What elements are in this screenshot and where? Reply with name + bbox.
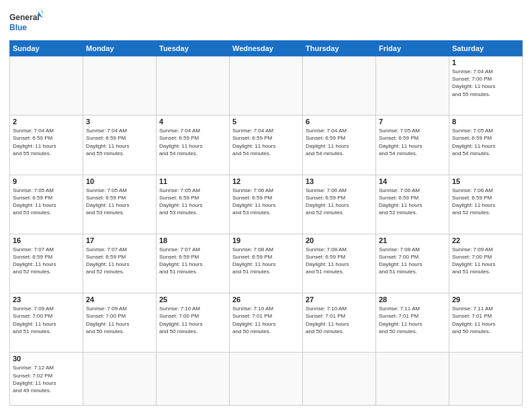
day-number: 26 — [232, 295, 300, 304]
day-info: Sunrise: 7:10 AM Sunset: 7:01 PM Dayligh… — [232, 305, 300, 335]
calendar-week-row: 2Sunrise: 7:04 AM Sunset: 6:59 PM Daylig… — [10, 116, 523, 175]
calendar-cell: 21Sunrise: 7:08 AM Sunset: 7:00 PM Dayli… — [376, 234, 449, 293]
calendar-cell: 17Sunrise: 7:07 AM Sunset: 6:59 PM Dayli… — [83, 234, 157, 293]
calendar-week-row: 23Sunrise: 7:09 AM Sunset: 7:00 PM Dayli… — [10, 293, 523, 353]
day-info: Sunrise: 7:07 AM Sunset: 6:59 PM Dayligh… — [159, 246, 226, 276]
day-info: Sunrise: 7:06 AM Sunset: 6:59 PM Dayligh… — [306, 187, 373, 217]
day-info: Sunrise: 7:10 AM Sunset: 7:01 PM Dayligh… — [306, 305, 373, 335]
calendar-cell: 30Sunrise: 7:12 AM Sunset: 7:02 PM Dayli… — [10, 353, 83, 406]
calendar-cell: 2Sunrise: 7:04 AM Sunset: 6:59 PM Daylig… — [10, 116, 83, 175]
day-info: Sunrise: 7:11 AM Sunset: 7:01 PM Dayligh… — [379, 305, 446, 335]
calendar-cell: 15Sunrise: 7:06 AM Sunset: 6:59 PM Dayli… — [449, 175, 523, 234]
calendar-cell — [449, 353, 523, 406]
calendar-cell: 9Sunrise: 7:05 AM Sunset: 6:59 PM Daylig… — [10, 175, 83, 234]
calendar-cell: 28Sunrise: 7:11 AM Sunset: 7:01 PM Dayli… — [376, 293, 449, 353]
calendar-cell: 4Sunrise: 7:04 AM Sunset: 6:59 PM Daylig… — [157, 116, 230, 175]
calendar-cell — [376, 56, 449, 116]
calendar-cell — [10, 56, 83, 116]
day-info: Sunrise: 7:06 AM Sunset: 6:59 PM Dayligh… — [379, 187, 446, 217]
day-number: 18 — [159, 236, 226, 244]
calendar-cell — [83, 353, 157, 406]
calendar-cell: 20Sunrise: 7:08 AM Sunset: 6:59 PM Dayli… — [303, 234, 376, 293]
logo: General Blue — [9, 8, 43, 35]
calendar-cell — [157, 353, 230, 406]
day-number: 24 — [86, 295, 153, 304]
day-number: 9 — [13, 177, 80, 185]
day-number: 8 — [452, 118, 519, 126]
day-info: Sunrise: 7:05 AM Sunset: 6:59 PM Dayligh… — [379, 127, 446, 157]
day-info: Sunrise: 7:07 AM Sunset: 6:59 PM Dayligh… — [86, 246, 153, 276]
calendar-day-header: Saturday — [449, 41, 523, 56]
calendar-week-row: 9Sunrise: 7:05 AM Sunset: 6:59 PM Daylig… — [10, 175, 523, 234]
calendar-cell — [230, 56, 303, 116]
day-number: 7 — [379, 118, 446, 126]
calendar-day-header: Monday — [83, 41, 157, 56]
day-info: Sunrise: 7:12 AM Sunset: 7:02 PM Dayligh… — [13, 364, 80, 394]
day-number: 27 — [306, 295, 373, 304]
day-number: 25 — [159, 295, 226, 304]
calendar-cell: 24Sunrise: 7:09 AM Sunset: 7:00 PM Dayli… — [83, 293, 157, 353]
day-info: Sunrise: 7:05 AM Sunset: 6:59 PM Dayligh… — [452, 127, 519, 157]
day-info: Sunrise: 7:09 AM Sunset: 7:00 PM Dayligh… — [452, 246, 519, 276]
calendar-week-row: 1Sunrise: 7:04 AM Sunset: 7:00 PM Daylig… — [10, 56, 523, 116]
calendar-header-row: SundayMondayTuesdayWednesdayThursdayFrid… — [10, 41, 523, 56]
calendar-cell: 1Sunrise: 7:04 AM Sunset: 7:00 PM Daylig… — [449, 56, 523, 116]
day-number: 17 — [86, 236, 153, 244]
day-number: 15 — [452, 177, 519, 185]
day-info: Sunrise: 7:07 AM Sunset: 6:59 PM Dayligh… — [13, 246, 80, 276]
day-number: 22 — [452, 236, 519, 244]
calendar-cell: 22Sunrise: 7:09 AM Sunset: 7:00 PM Dayli… — [449, 234, 523, 293]
calendar-cell — [376, 353, 449, 406]
calendar-cell: 16Sunrise: 7:07 AM Sunset: 6:59 PM Dayli… — [10, 234, 83, 293]
day-number: 2 — [13, 118, 80, 126]
calendar-cell — [157, 56, 230, 116]
logo-svg: General Blue — [9, 8, 43, 35]
day-info: Sunrise: 7:08 AM Sunset: 7:00 PM Dayligh… — [379, 246, 446, 276]
day-number: 20 — [306, 236, 373, 244]
day-info: Sunrise: 7:09 AM Sunset: 7:00 PM Dayligh… — [13, 305, 80, 335]
day-number: 30 — [13, 355, 80, 363]
calendar-cell — [303, 353, 376, 406]
calendar-cell: 18Sunrise: 7:07 AM Sunset: 6:59 PM Dayli… — [157, 234, 230, 293]
calendar-day-header: Tuesday — [157, 41, 230, 56]
calendar-cell: 26Sunrise: 7:10 AM Sunset: 7:01 PM Dayli… — [230, 293, 303, 353]
calendar-cell: 27Sunrise: 7:10 AM Sunset: 7:01 PM Dayli… — [303, 293, 376, 353]
day-number: 11 — [159, 177, 226, 185]
header: General Blue — [9, 8, 523, 35]
calendar-cell: 13Sunrise: 7:06 AM Sunset: 6:59 PM Dayli… — [303, 175, 376, 234]
calendar-cell: 29Sunrise: 7:11 AM Sunset: 7:01 PM Dayli… — [449, 293, 523, 353]
calendar-cell: 8Sunrise: 7:05 AM Sunset: 6:59 PM Daylig… — [449, 116, 523, 175]
day-number: 12 — [232, 177, 300, 185]
calendar: SundayMondayTuesdayWednesdayThursdayFrid… — [9, 40, 523, 406]
day-info: Sunrise: 7:05 AM Sunset: 6:59 PM Dayligh… — [159, 187, 226, 217]
day-number: 16 — [13, 236, 80, 244]
day-number: 23 — [13, 295, 80, 304]
calendar-cell: 25Sunrise: 7:10 AM Sunset: 7:00 PM Dayli… — [157, 293, 230, 353]
calendar-cell: 14Sunrise: 7:06 AM Sunset: 6:59 PM Dayli… — [376, 175, 449, 234]
calendar-cell: 7Sunrise: 7:05 AM Sunset: 6:59 PM Daylig… — [376, 116, 449, 175]
day-info: Sunrise: 7:04 AM Sunset: 6:59 PM Dayligh… — [13, 127, 80, 157]
calendar-cell — [303, 56, 376, 116]
day-number: 29 — [452, 295, 519, 304]
day-number: 4 — [159, 118, 226, 126]
day-number: 10 — [86, 177, 153, 185]
calendar-cell: 3Sunrise: 7:04 AM Sunset: 6:59 PM Daylig… — [83, 116, 157, 175]
calendar-day-header: Thursday — [303, 41, 376, 56]
day-number: 6 — [306, 118, 373, 126]
calendar-cell: 23Sunrise: 7:09 AM Sunset: 7:00 PM Dayli… — [10, 293, 83, 353]
day-info: Sunrise: 7:04 AM Sunset: 6:59 PM Dayligh… — [306, 127, 373, 157]
calendar-cell: 12Sunrise: 7:06 AM Sunset: 6:59 PM Dayli… — [230, 175, 303, 234]
calendar-week-row: 16Sunrise: 7:07 AM Sunset: 6:59 PM Dayli… — [10, 234, 523, 293]
day-number: 21 — [379, 236, 446, 244]
day-info: Sunrise: 7:08 AM Sunset: 6:59 PM Dayligh… — [232, 246, 300, 276]
calendar-cell: 5Sunrise: 7:04 AM Sunset: 6:59 PM Daylig… — [230, 116, 303, 175]
calendar-cell: 10Sunrise: 7:05 AM Sunset: 6:59 PM Dayli… — [83, 175, 157, 234]
calendar-cell: 6Sunrise: 7:04 AM Sunset: 6:59 PM Daylig… — [303, 116, 376, 175]
day-info: Sunrise: 7:08 AM Sunset: 6:59 PM Dayligh… — [306, 246, 373, 276]
day-number: 1 — [452, 58, 519, 66]
day-info: Sunrise: 7:04 AM Sunset: 7:00 PM Dayligh… — [452, 68, 519, 98]
day-info: Sunrise: 7:05 AM Sunset: 6:59 PM Dayligh… — [13, 187, 80, 217]
day-number: 28 — [379, 295, 446, 304]
calendar-cell — [230, 353, 303, 406]
day-number: 5 — [232, 118, 300, 126]
